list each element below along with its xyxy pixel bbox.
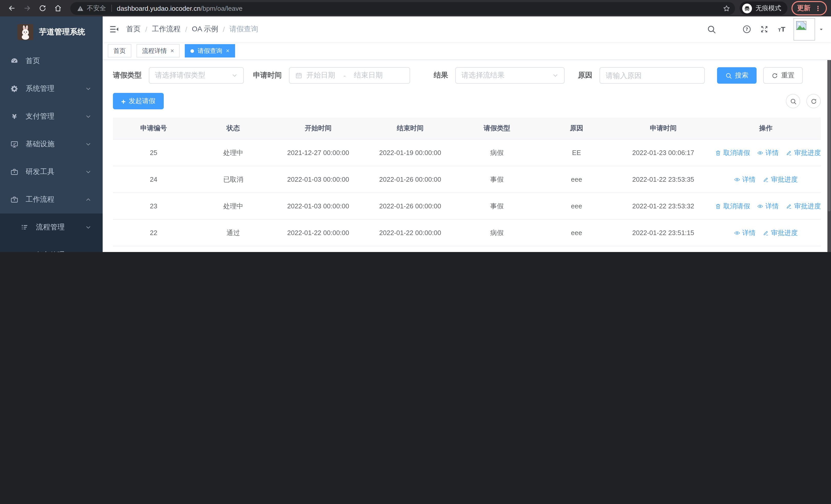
leave-type-select[interactable]: 请选择请假类型 bbox=[149, 67, 244, 84]
chevron-down-icon bbox=[85, 224, 91, 231]
tab-首页[interactable]: 首页 bbox=[108, 44, 132, 58]
collapse-sidebar-icon[interactable] bbox=[109, 24, 119, 34]
action-progress-link[interactable]: 审批进度 bbox=[763, 175, 798, 184]
app-title: 芋道管理系统 bbox=[39, 27, 85, 37]
cell-actions: 取消请假详情审批进度 bbox=[711, 193, 821, 219]
broken-image-icon bbox=[795, 20, 807, 32]
toggle-search-button[interactable] bbox=[786, 94, 800, 108]
pencil-icon bbox=[763, 176, 769, 182]
action-detail-link[interactable]: 详情 bbox=[757, 202, 779, 211]
avatar-caret-down-icon[interactable] bbox=[819, 27, 824, 32]
breadcrumb-item[interactable]: 首页 bbox=[126, 25, 141, 34]
tab-流程详情[interactable]: 流程详情× bbox=[137, 44, 180, 58]
reason-input[interactable] bbox=[600, 67, 705, 84]
cell-actions: 详情审批进度 bbox=[711, 166, 821, 193]
sidebar: 芋道管理系统 首页系统管理¥支付管理基础设施研发工具工作流程流程管理任务管理我的… bbox=[0, 17, 103, 252]
action-detail-link[interactable]: 详情 bbox=[734, 175, 755, 184]
browser-toolbar: 不安全 dashboard.yudao.iocoder.cn/bpm/oa/le… bbox=[0, 0, 831, 17]
action-cancel-link[interactable]: 取消请假 bbox=[715, 148, 750, 157]
browser-home-icon[interactable] bbox=[51, 2, 65, 15]
apply-time-range-picker[interactable]: 开始日期 - 结束日期 bbox=[289, 67, 410, 84]
briefcase-icon bbox=[10, 168, 19, 176]
sidebar-item-task-mgmt[interactable]: 任务管理 bbox=[0, 241, 103, 252]
action-cancel-link[interactable]: 取消请假 bbox=[715, 202, 750, 211]
action-detail-link[interactable]: 详情 bbox=[734, 228, 755, 237]
search-icon[interactable] bbox=[707, 25, 716, 34]
github-icon[interactable] bbox=[724, 24, 734, 34]
bookmark-star-icon[interactable] bbox=[721, 3, 732, 14]
cell-type: 病假 bbox=[456, 139, 538, 166]
sidebar-item-home[interactable]: 首页 bbox=[0, 47, 103, 75]
table-row: 25处理中2021-12-27 00:00:002022-01-19 00:00… bbox=[113, 139, 821, 166]
sidebar-item-payment[interactable]: ¥支付管理 bbox=[0, 102, 103, 130]
tree-icon bbox=[21, 251, 29, 252]
breadcrumb-item[interactable]: 工作流程 bbox=[152, 25, 181, 34]
active-dot-icon bbox=[191, 49, 194, 53]
action-progress-link[interactable]: 审批进度 bbox=[786, 202, 821, 211]
cell-status: 处理中 bbox=[194, 139, 272, 166]
action-label: 详情 bbox=[765, 148, 779, 157]
create-leave-button[interactable]: + 发起请假 bbox=[113, 93, 164, 109]
chevron-down-icon bbox=[85, 86, 91, 92]
table-row: 21处理中2022-01-22 00:00:002022-01-23 00:00… bbox=[113, 246, 821, 252]
close-icon[interactable]: × bbox=[226, 48, 229, 54]
action-progress-link[interactable]: 审批进度 bbox=[763, 228, 798, 237]
action-label: 详情 bbox=[742, 228, 755, 237]
chevron-down-icon bbox=[85, 169, 91, 175]
action-progress-link[interactable]: 审批进度 bbox=[786, 148, 821, 157]
table-row: 23处理中2022-01-03 00:00:002022-01-26 00:00… bbox=[113, 193, 821, 219]
app-logo[interactable]: 芋道管理系统 bbox=[0, 17, 103, 47]
reset-button[interactable]: 重置 bbox=[763, 67, 803, 84]
cell-reason: eee bbox=[538, 193, 615, 219]
help-icon[interactable]: ? bbox=[742, 25, 751, 34]
close-icon[interactable]: × bbox=[170, 48, 174, 54]
action-detail-link[interactable]: 详情 bbox=[757, 148, 779, 157]
browser-forward-icon[interactable] bbox=[21, 2, 34, 15]
cell-end: 2022-01-22 00:00:00 bbox=[364, 219, 456, 246]
reason-label: 原因 bbox=[578, 71, 592, 80]
cell-reason: eee bbox=[538, 166, 615, 193]
pencil-icon bbox=[763, 230, 769, 236]
browser-back-icon[interactable] bbox=[5, 2, 19, 15]
avatar[interactable] bbox=[794, 18, 815, 40]
eye-icon bbox=[734, 230, 740, 236]
cell-start: 2022-01-03 00:00:00 bbox=[272, 166, 365, 193]
sidebar-item-workflow[interactable]: 工作流程 bbox=[0, 186, 103, 213]
cell-applied: 2022-01-22 23:53:32 bbox=[615, 193, 711, 219]
result-label: 结果 bbox=[434, 71, 448, 80]
sidebar-item-process-mgmt[interactable]: 流程管理 bbox=[0, 213, 103, 241]
sidebar-item-system[interactable]: 系统管理 bbox=[0, 75, 103, 102]
cell-start: 2022-01-22 00:00:00 bbox=[272, 219, 365, 246]
sidebar-menu: 首页系统管理¥支付管理基础设施研发工具工作流程流程管理任务管理我的流程待办任务已… bbox=[0, 47, 103, 252]
browser-menu-icon[interactable]: ⋮ bbox=[814, 4, 821, 12]
briefcase-icon bbox=[10, 196, 19, 204]
cell-id: 23 bbox=[113, 193, 194, 219]
table-header-cell: 请假类型 bbox=[456, 118, 538, 139]
font-size-icon[interactable]: TT bbox=[777, 25, 786, 34]
sidebar-item-dev-tools[interactable]: 研发工具 bbox=[0, 158, 103, 186]
filter-form: 请假类型 请选择请假类型 申请时间 开始日期 - 结束日期 结果 请选择流结果 bbox=[113, 67, 821, 84]
action-label: 详情 bbox=[742, 175, 755, 184]
result-select[interactable]: 请选择流结果 bbox=[455, 67, 565, 84]
cell-end: 2022-01-19 00:00:00 bbox=[364, 139, 456, 166]
cell-end: 2022-01-23 00:00:00 bbox=[364, 246, 456, 252]
cell-applied: 2022-01-22 23:49:46 bbox=[615, 246, 711, 252]
cell-id: 21 bbox=[113, 246, 194, 252]
address-bar[interactable]: 不安全 dashboard.yudao.iocoder.cn/bpm/oa/le… bbox=[70, 2, 735, 14]
refresh-table-button[interactable] bbox=[806, 94, 821, 108]
action-label: 审批进度 bbox=[794, 148, 821, 157]
cell-reason: eee bbox=[538, 219, 615, 246]
tab-请假查询[interactable]: 请假查询× bbox=[185, 44, 235, 58]
table-header-cell: 原因 bbox=[538, 118, 615, 139]
browser-update-button[interactable]: 更新 ⋮ bbox=[792, 1, 827, 16]
cell-type: 事假 bbox=[456, 166, 538, 193]
incognito-icon bbox=[742, 3, 752, 13]
search-button[interactable]: 搜索 bbox=[717, 67, 756, 84]
chevron-down-icon bbox=[85, 141, 91, 147]
browser-reload-icon[interactable] bbox=[36, 2, 49, 15]
tab-label: 请假查询 bbox=[198, 47, 222, 55]
sidebar-item-infrastructure[interactable]: 基础设施 bbox=[0, 130, 103, 158]
fullscreen-icon[interactable] bbox=[760, 25, 769, 34]
breadcrumb-item[interactable]: OA 示例 bbox=[192, 25, 219, 34]
action-label: 详情 bbox=[765, 202, 779, 211]
